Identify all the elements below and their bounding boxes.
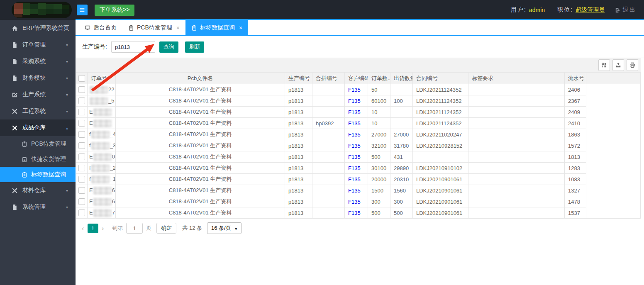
customer-code-link[interactable]: F135 — [348, 165, 361, 171]
pcb-file-cell: C818-4AT02V01 生产资料 — [116, 174, 285, 185]
customer-code-link[interactable]: F135 — [348, 210, 361, 216]
contract-no-cell: LDKJ20211124352 — [413, 107, 468, 118]
customer-code-link[interactable]: F135 — [348, 154, 361, 160]
production-no-cell: p1813 — [285, 140, 312, 151]
label-req-cell — [468, 174, 565, 185]
serial-no-cell: 2409 — [565, 107, 586, 118]
table-row[interactable]: E0 C818-4AT02V01 生产资料 p1813 F135 500 431… — [76, 151, 641, 163]
sidebar-item-material-warehouse[interactable]: 材料仓库 — [0, 182, 76, 199]
row-checkbox[interactable] — [78, 86, 85, 93]
tab-backend-home[interactable]: 后台首页 — [79, 20, 122, 35]
close-icon[interactable] — [239, 24, 242, 31]
columns-toggle-button[interactable] — [598, 59, 610, 71]
sidebar-item-finished-warehouse[interactable]: 成品仓库 — [0, 119, 76, 136]
order-system-button[interactable]: 下单系统>> — [95, 5, 134, 16]
customer-code-link[interactable]: F135 — [348, 143, 361, 149]
ship-qty-cell: 20310 — [390, 174, 413, 185]
merge-no-cell — [312, 196, 345, 207]
contract-no-cell: LDKJ20210901061 — [413, 185, 468, 196]
customer-code-link[interactable]: F135 — [348, 176, 361, 183]
sidebar-subitem-label-data-query[interactable]: 标签数据查询 — [0, 167, 76, 182]
page-size-select[interactable]: 16 条/页 — [207, 222, 242, 234]
row-checkbox[interactable] — [78, 142, 85, 149]
sidebar-item-home[interactable]: ERP管理系统首页 — [0, 20, 76, 37]
row-checkbox[interactable] — [78, 209, 85, 216]
table-panel: 订单号 Pcb文件名 生产编号 合拼编号 客户编码 订单数... 出货数量 合同… — [76, 58, 641, 234]
order-qty-cell: 1500 — [368, 185, 390, 196]
order-number-cell: f_3 — [88, 140, 116, 151]
order-number-cell: E — [88, 118, 116, 129]
sidebar-subitem-pcb-pending[interactable]: PCB待发管理 — [0, 136, 76, 151]
row-checkbox[interactable] — [78, 153, 85, 160]
contract-no-cell — [413, 151, 468, 163]
row-checkbox[interactable] — [78, 120, 85, 127]
sidebar-toggle-button[interactable] — [77, 5, 88, 15]
search-bar: 生产编号: 查询 刷新 — [76, 36, 644, 58]
confirm-page-button[interactable]: 确定 — [156, 223, 176, 234]
table-row[interactable]: f_1 C818-4AT02V01 生产资料 p1813 F135 20000 … — [76, 174, 641, 185]
sidebar-item-engineering-system[interactable]: 工程系统 — [0, 103, 76, 119]
customer-code-link[interactable]: F135 — [348, 87, 361, 93]
row-checkbox[interactable] — [78, 131, 85, 138]
table-row[interactable]: 22 C818-4AT02V01 生产资料 p1813 F135 50 LDKJ… — [76, 84, 641, 95]
merge-no-cell — [312, 151, 345, 163]
row-checkbox[interactable] — [78, 97, 85, 104]
table-row[interactable]: E6 C818-4AT02V01 生产资料 p1813 F135 300 300… — [76, 196, 641, 207]
serial-no-cell: 1283 — [565, 163, 586, 174]
refresh-button[interactable]: 刷新 — [185, 41, 204, 53]
main-content: 后台首页 PCB待发管理 标签数据查询 生产编号: 查询 刷新 — [76, 20, 644, 285]
table-header-row: 订单号 Pcb文件名 生产编号 合拼编号 客户编码 订单数... 出货数量 合同… — [76, 73, 641, 84]
customer-code-link[interactable]: F135 — [348, 109, 361, 115]
production-no-cell: p1813 — [285, 163, 312, 174]
redacted-order-number — [93, 108, 112, 116]
merge-no-cell — [312, 129, 345, 140]
goto-page-input[interactable] — [126, 223, 143, 234]
row-checkbox[interactable] — [78, 198, 85, 205]
sidebar-item-production-system[interactable]: 生产系统 — [0, 86, 76, 103]
tab-pcb-pending[interactable]: PCB待发管理 — [122, 20, 185, 35]
sidebar-item-finance-module[interactable]: 财务模块 — [0, 70, 76, 86]
customer-code-link[interactable]: F135 — [348, 132, 361, 138]
table-row[interactable]: f_2 C818-4AT02V01 生产资料 p1813 F135 30100 … — [76, 163, 641, 174]
customer-code-link[interactable]: F135 — [348, 199, 361, 205]
query-button[interactable]: 查询 — [159, 41, 178, 53]
print-button[interactable] — [627, 59, 638, 71]
row-checkbox[interactable] — [78, 187, 85, 194]
tools-icon — [12, 108, 18, 114]
customer-code-cell: F135 — [345, 174, 368, 185]
select-all-checkbox[interactable] — [78, 75, 85, 82]
production-number-input[interactable] — [111, 41, 155, 53]
row-checkbox[interactable] — [78, 109, 85, 115]
customer-code-cell: F135 — [345, 151, 368, 163]
row-checkbox[interactable] — [78, 165, 85, 171]
export-button[interactable] — [612, 59, 624, 71]
table-row[interactable]: E C818-4AT02V01 生产资料 p1813 F135 10 LDKJ2… — [76, 107, 641, 118]
customer-code-link[interactable]: F135 — [348, 98, 361, 104]
prev-page-icon[interactable] — [79, 225, 87, 232]
table-row[interactable]: _5 C818-4AT02V01 生产资料 p1813 F135 60100 1… — [76, 95, 641, 107]
logout-button[interactable]: 退出 — [615, 6, 637, 14]
table-row[interactable]: f_4 C818-4AT02V01 生产资料 p1813 F135 27000 … — [76, 129, 641, 140]
sidebar-subitem-quick-shipping[interactable]: 快捷发货管理 — [0, 151, 76, 167]
close-icon[interactable] — [176, 24, 180, 31]
pcb-file-cell: C818-4AT02V01 生产资料 — [116, 151, 285, 163]
sidebar-item-order-management[interactable]: 订单管理 — [0, 37, 76, 53]
table-row[interactable]: E7 C818-4AT02V01 生产资料 p1813 F135 500 500… — [76, 207, 641, 219]
sidebar-item-purchase-system[interactable]: 采购系统 — [0, 53, 76, 70]
next-page-icon[interactable] — [99, 225, 107, 232]
redacted-order-number — [93, 153, 112, 161]
chevron-down-icon — [66, 93, 68, 97]
table-row[interactable]: f_3 C818-4AT02V01 生产资料 p1813 F135 32100 … — [76, 140, 641, 151]
sidebar-item-system-management[interactable]: 系统管理 — [0, 199, 76, 215]
customer-code-link[interactable]: F135 — [348, 188, 361, 194]
chevron-down-icon — [235, 225, 237, 231]
row-checkbox[interactable] — [78, 176, 85, 183]
customer-code-link[interactable]: F135 — [348, 120, 361, 127]
tab-label-data-query[interactable]: 标签数据查询 — [185, 20, 248, 35]
table-row[interactable]: E6 C818-4AT02V01 生产资料 p1813 F135 1500 15… — [76, 185, 641, 196]
table-row[interactable]: E C818-4AT02V01 生产资料 p1813 hp0392 F135 1… — [76, 118, 641, 129]
clipboard-icon — [22, 172, 27, 178]
current-page-button[interactable]: 1 — [88, 224, 98, 233]
redacted-order-number — [91, 164, 110, 172]
production-no-cell: p1813 — [285, 118, 312, 129]
